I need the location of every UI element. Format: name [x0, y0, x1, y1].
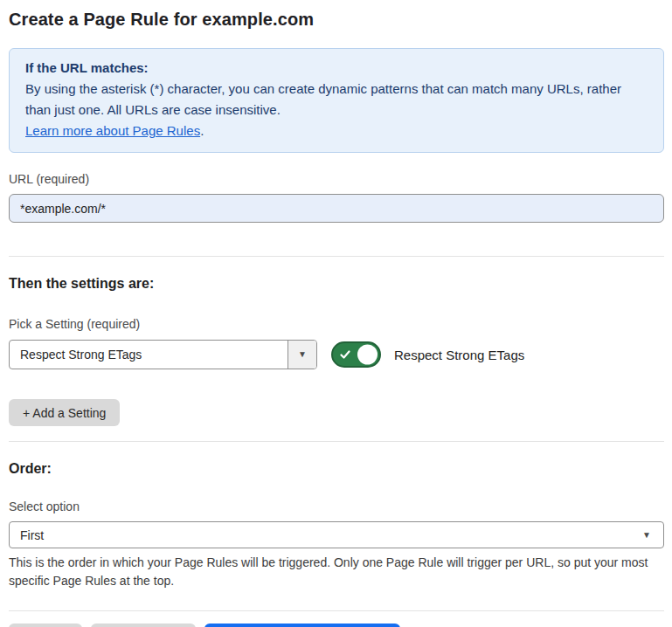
page-rule-form: Create a Page Rule for example.com If th… — [0, 0, 672, 627]
order-select-label: Select option — [9, 499, 664, 514]
check-icon — [340, 349, 350, 360]
divider-settings-order — [9, 441, 664, 442]
setting-dropdown[interactable]: Respect Strong ETags ▼ — [9, 340, 317, 369]
info-box-link-line: Learn more about Page Rules. — [25, 121, 648, 141]
url-input[interactable] — [9, 194, 664, 223]
url-field-label: URL (required) — [9, 171, 664, 187]
cancel-button[interactable]: Cancel — [9, 624, 82, 627]
order-help-text: This is the order in which your Page Rul… — [9, 554, 655, 590]
chevron-down-icon: ▼ — [298, 350, 307, 359]
divider-footer — [9, 610, 664, 611]
order-section-heading: Order: — [9, 459, 664, 478]
info-box-body: By using the asterisk (*) character, you… — [25, 79, 648, 121]
save-as-draft-button[interactable]: Save as Draft — [91, 624, 197, 627]
add-setting-button[interactable]: + Add a Setting — [9, 399, 120, 426]
order-dropdown-value: First — [20, 528, 642, 542]
setting-row: Respect Strong ETags ▼ Respect Strong ET… — [9, 340, 664, 369]
toggle-knob — [357, 345, 378, 365]
toggle-label: Respect Strong ETags — [394, 348, 524, 362]
learn-more-link[interactable]: Learn more about Page Rules — [25, 123, 200, 138]
footer-actions: Cancel Save as Draft Save and Deploy Pag… — [9, 624, 664, 627]
link-suffix: . — [200, 123, 204, 138]
url-matches-info-box: If the URL matches: By using the asteris… — [9, 48, 664, 153]
settings-section-heading: Then the settings are: — [9, 274, 664, 293]
setting-dropdown-arrow-button[interactable]: ▼ — [288, 341, 316, 369]
setting-dropdown-value: Respect Strong ETags — [10, 341, 288, 369]
chevron-down-icon: ▼ — [642, 531, 651, 540]
pick-setting-label: Pick a Setting (required) — [9, 316, 664, 332]
page-title: Create a Page Rule for example.com — [9, 8, 664, 31]
order-dropdown[interactable]: First ▼ — [9, 521, 664, 548]
divider-url-settings — [9, 256, 664, 257]
setting-toggle[interactable] — [331, 341, 381, 368]
info-box-heading: If the URL matches: — [25, 58, 648, 79]
save-and-deploy-button[interactable]: Save and Deploy Page Rule — [204, 624, 400, 627]
